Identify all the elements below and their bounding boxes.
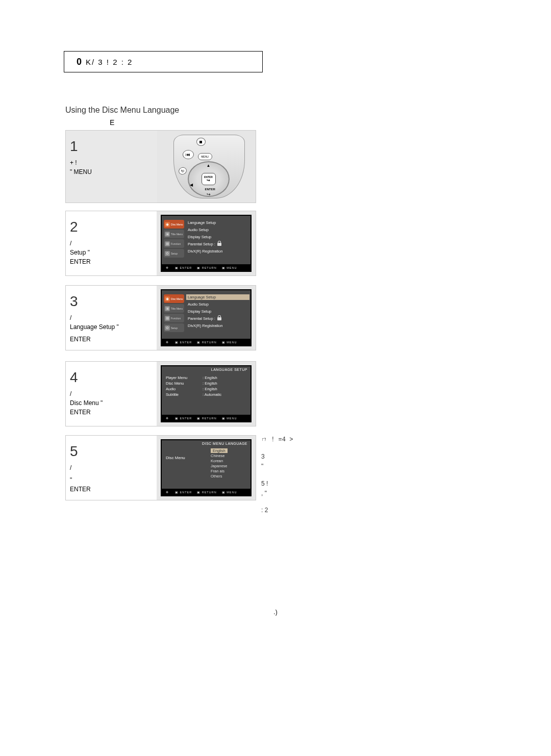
sidenote-3: 5 ! , "	[261, 479, 363, 498]
osd-language-setup: LANGUAGE SETUP Player Menu: English Disc…	[161, 365, 252, 422]
menu-button: MENU	[198, 153, 212, 160]
step-4-line3: ENTER	[70, 408, 153, 417]
step-3-number: 3	[70, 291, 153, 312]
step-1: 1 + ! " MENU ⏮ MENU ↻ ▲ ◀ ENTER ↪ ENTER …	[65, 130, 256, 203]
page-title: Using the Disc Menu Language	[65, 106, 179, 115]
osd-kv-disc: Disc Menu: English	[166, 381, 246, 386]
step-5-number: 5	[70, 441, 153, 462]
step-5-line1: /	[70, 463, 153, 472]
osd-side-function: ▦Function	[164, 239, 184, 248]
step-5-text: 5 / " ENTER	[66, 436, 157, 500]
step-3-illustration: ◉Disc Menu ▣Title Menu ▦Function ✿Setup …	[157, 286, 256, 350]
chapter-rest: K/ 3 ! 2 : 2	[86, 58, 133, 66]
osd-main-list: Language Setup Audio Setup Display Setup…	[186, 220, 249, 254]
footer-return-3: ▣ RETURN	[197, 341, 216, 344]
title-icon: ▣	[165, 306, 170, 311]
osd-sidebar-3: ◉Disc Menu ▣Title Menu ▦Function ✿Setup	[164, 294, 184, 332]
lang-japanese: Japanese	[211, 464, 228, 468]
gear-icon: ✿	[165, 325, 170, 331]
nav-up-icon: ▲	[207, 163, 211, 168]
sidenote-1: ㄇ ! =4 >	[261, 435, 363, 445]
step-4-number: 4	[70, 367, 153, 388]
osd-row-display: Display Setup	[186, 234, 249, 240]
footer-enter-5: ▣ ENTER	[175, 491, 192, 494]
step-1-number: 1	[70, 136, 153, 157]
step-1-illustration: ⏮ MENU ↻ ▲ ◀ ENTER ↪ ENTER ↪	[157, 131, 256, 203]
lock-icon	[217, 243, 221, 246]
osd-kv-subtitle: Subtitle: Automatic	[166, 392, 246, 397]
page-subtitle: E	[110, 118, 114, 127]
nav-cross-icon: ✥	[165, 416, 170, 420]
osd-discmenu-title: DISC MENU LANGUAGE	[202, 442, 247, 445]
step-3-text: 3 / Language Setup " ENTER	[66, 286, 157, 350]
lang-others: Others	[211, 474, 228, 478]
sidenote-4: : 2	[261, 506, 363, 515]
nav-cross-icon: ✥	[165, 340, 170, 344]
osd-kv-audio: Audio: English	[166, 387, 246, 391]
osd-row-parental-3: Parental Setup :	[186, 316, 249, 321]
footer-menu: ▣ MENU	[222, 266, 237, 269]
footer-enter-3: ▣ ENTER	[175, 341, 192, 344]
step-3-line3: ENTER	[70, 335, 153, 344]
enter-label-text: ENTER	[205, 188, 215, 191]
osd-row-audio: Audio Setup	[186, 227, 249, 233]
osd-lang-list: Player Menu: English Disc Menu: English …	[166, 375, 246, 397]
lang-korean: Korean	[211, 459, 228, 463]
lang-english: English	[211, 448, 228, 453]
osd-row-parental: Parental Setup :	[186, 241, 249, 247]
step-2-illustration: ◉Disc Menu ▣Title Menu ▦Function ✿Setup …	[157, 211, 256, 275]
osd-row-language-hi: Language Setup	[186, 294, 249, 300]
step-5-illustration: DISC MENU LANGUAGE Disc Menu English Chi…	[157, 436, 256, 500]
footer-menu-5: ▣ MENU	[222, 491, 237, 494]
sidenote-2: 3 "	[261, 452, 363, 471]
step-3-line1: /	[70, 313, 153, 322]
footer-enter: ▣ ENTER	[175, 266, 192, 269]
osd-footer-5: ✥ ▣ ENTER ▣ RETURN ▣ MENU	[162, 489, 251, 495]
osd-row-divx-3: DivX(R) Registration	[186, 323, 249, 329]
step-5: 5 / " ENTER DISC MENU LANGUAGE Disc Menu…	[65, 435, 256, 500]
nav-cross-icon: ✥	[165, 266, 170, 270]
step-2-number: 2	[70, 216, 153, 238]
step-2-line1: /	[70, 239, 153, 248]
step-2: 2 / Setup " ENTER ◉Disc Menu ▣Title Menu…	[65, 211, 256, 276]
osd-side-title-menu-3: ▣Title Menu	[164, 304, 184, 313]
footer-return: ▣ RETURN	[197, 266, 216, 269]
step-3-line2: Language Setup "	[70, 322, 153, 332]
osd-row-display-3: Display Setup	[186, 309, 249, 314]
osd-side-function-3: ▦Function	[164, 314, 184, 322]
osd-disc-menu-language: DISC MENU LANGUAGE Disc Menu English Chi…	[161, 439, 252, 496]
enter-button-icon: ↪	[207, 179, 210, 183]
lock-icon	[217, 317, 221, 320]
osd-kv-player: Player Menu: English	[166, 375, 246, 380]
step-4-text: 4 / Disc Menu " ENTER	[66, 362, 157, 426]
step-4-illustration: LANGUAGE SETUP Player Menu: English Disc…	[157, 362, 256, 426]
osd-side-setup-3: ✿Setup	[164, 323, 184, 332]
enter-button: ENTER ↪	[202, 173, 216, 185]
step-4-line2: Disc Menu "	[70, 398, 153, 408]
osd-footer-4: ✥ ▣ ENTER ▣ RETURN ▣ MENU	[162, 415, 251, 421]
osd-footer: ✥ ▣ ENTER ▣ RETURN ▣ MENU	[162, 264, 251, 271]
step-3: 3 / Language Setup " ENTER ◉Disc Menu ▣T…	[65, 285, 256, 350]
osd-setup-menu: ◉Disc Menu ▣Title Menu ▦Function ✿Setup …	[161, 215, 252, 272]
stop-button-icon	[196, 138, 206, 146]
page-number: .)	[273, 609, 277, 616]
step-2-text: 2 / Setup " ENTER	[66, 211, 157, 275]
osd-sidebar: ◉Disc Menu ▣Title Menu ▦Function ✿Setup	[164, 220, 184, 258]
step-5-line3: ENTER	[70, 485, 153, 494]
prev-button-icon: ⏮	[183, 150, 194, 159]
remote-control: ⏮ MENU ↻ ▲ ◀ ENTER ↪ ENTER ↪	[163, 135, 250, 198]
osd-side-title-menu: ▣Title Menu	[164, 230, 184, 238]
osd-main-list-3: Language Setup Audio Setup Display Setup…	[186, 294, 249, 329]
osd-side-disc-menu: ◉Disc Menu	[164, 220, 184, 229]
disc-icon: ◉	[165, 296, 170, 301]
disc-icon: ◉	[165, 222, 170, 227]
gear-icon: ✿	[165, 251, 170, 256]
footer-menu-4: ▣ MENU	[222, 417, 237, 420]
footer-return-5: ▣ RETURN	[197, 491, 216, 494]
side-notes: ㄇ ! =4 > 3 " 5 ! , " : 2	[261, 435, 363, 522]
osd-discmenu-label: Disc Menu	[166, 456, 185, 460]
function-icon: ▦	[165, 316, 170, 321]
footer-menu-3: ▣ MENU	[222, 341, 237, 344]
step-2-line2: Setup "	[70, 248, 153, 257]
osd-row-divx: DivX(R) Registration	[186, 248, 249, 254]
